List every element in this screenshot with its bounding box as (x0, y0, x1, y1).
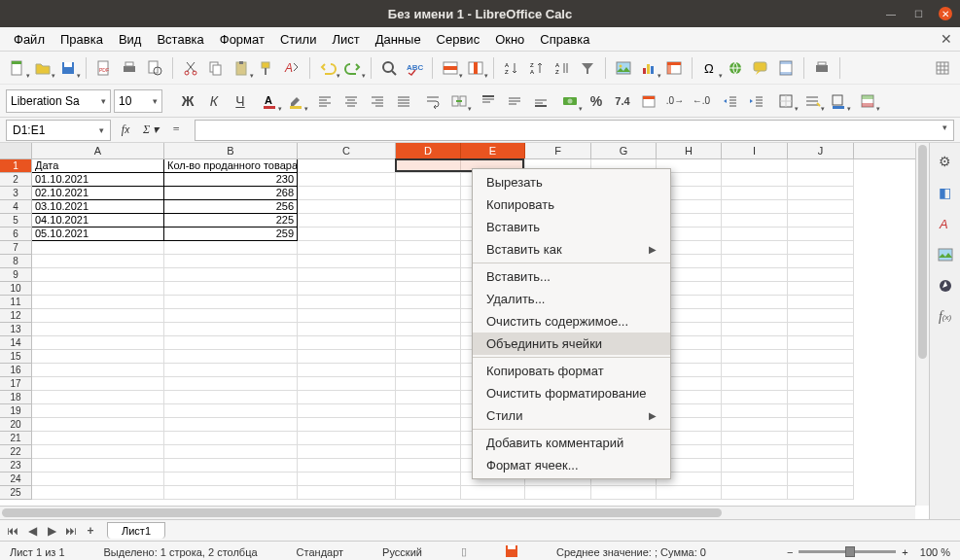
font-color-button[interactable]: A (258, 89, 281, 113)
cell[interactable] (32, 282, 164, 296)
conditional-format-button[interactable] (856, 89, 879, 113)
cell[interactable] (788, 268, 854, 282)
font-size-combo[interactable]: 10 ▾ (114, 89, 162, 113)
cell[interactable] (396, 364, 461, 377)
cell[interactable] (164, 309, 298, 323)
cell[interactable] (32, 391, 164, 404)
cell[interactable] (32, 432, 164, 445)
cell[interactable] (788, 459, 854, 472)
context-menu-item[interactable]: Вырезать (473, 171, 670, 193)
align-justify-button[interactable] (392, 89, 415, 113)
cell[interactable] (298, 241, 396, 255)
status-language[interactable]: Русский (382, 546, 422, 558)
spreadsheet-grid[interactable]: ABCDEFGHIJ 12345678910111213141516171819… (0, 143, 929, 519)
context-menu-item[interactable]: Копировать формат (473, 360, 670, 382)
cell[interactable] (32, 472, 164, 486)
cell[interactable] (788, 391, 854, 404)
cell[interactable] (722, 200, 788, 214)
cell[interactable] (32, 309, 164, 323)
spellcheck-button[interactable]: ABC (403, 56, 426, 80)
cell[interactable]: 256 (164, 200, 298, 214)
row-header[interactable]: 14 (0, 336, 31, 350)
cell[interactable] (722, 228, 788, 241)
clone-formatting-button[interactable] (255, 56, 278, 80)
cell[interactable] (722, 159, 788, 173)
print-preview-button[interactable] (143, 56, 166, 80)
align-left-button[interactable] (313, 89, 337, 113)
cell[interactable] (788, 309, 854, 323)
cell[interactable] (298, 296, 396, 309)
cell[interactable] (722, 486, 788, 500)
cell[interactable] (722, 214, 788, 228)
zoom-track[interactable] (799, 550, 896, 553)
cell[interactable]: Кол-во проданного товара (164, 159, 298, 173)
menu-window[interactable]: Окно (487, 29, 532, 50)
cell[interactable] (32, 418, 164, 432)
cell[interactable] (298, 214, 396, 228)
sort-button[interactable]: AZ (551, 56, 574, 80)
context-menu-item[interactable]: Вставить как▶ (473, 238, 670, 261)
cell[interactable] (722, 404, 788, 418)
row-header[interactable]: 25 (0, 486, 31, 500)
borders-button[interactable] (774, 89, 798, 113)
cell[interactable]: 01.10.2021 (32, 173, 164, 187)
tab-prev-icon[interactable]: ◀ (23, 524, 41, 538)
cell[interactable] (32, 459, 164, 472)
date-button[interactable] (637, 89, 660, 113)
column-header[interactable]: H (657, 143, 722, 158)
cell[interactable] (298, 350, 396, 364)
cell[interactable] (788, 296, 854, 309)
cell[interactable] (722, 350, 788, 364)
insert-image-button[interactable] (612, 56, 635, 80)
menu-data[interactable]: Данные (368, 29, 429, 50)
align-right-button[interactable] (366, 89, 389, 113)
cell[interactable] (298, 159, 396, 173)
tab-last-icon[interactable]: ⏭ (62, 524, 80, 538)
cell[interactable] (788, 418, 854, 432)
cell[interactable] (722, 391, 788, 404)
cell[interactable] (298, 486, 396, 500)
row-header[interactable]: 9 (0, 268, 31, 282)
cell[interactable]: 225 (164, 214, 298, 228)
cell[interactable] (164, 336, 298, 350)
cell[interactable] (396, 159, 461, 173)
merge-cells-button[interactable] (447, 89, 471, 113)
row-header[interactable]: 6 (0, 228, 31, 241)
row-header[interactable]: 24 (0, 472, 31, 486)
close-document-icon[interactable]: ✕ (941, 31, 952, 47)
decrease-indent-button[interactable] (719, 89, 742, 113)
row-header[interactable]: 21 (0, 432, 31, 445)
cell[interactable] (164, 432, 298, 445)
cell[interactable] (32, 336, 164, 350)
cell[interactable] (722, 432, 788, 445)
status-signature-icon[interactable]: ▯ (461, 545, 467, 558)
cell[interactable] (164, 404, 298, 418)
cell[interactable] (396, 187, 461, 200)
cell[interactable] (164, 418, 298, 432)
row-header[interactable]: 15 (0, 350, 31, 364)
column-header[interactable]: J (788, 143, 854, 158)
cell[interactable] (461, 486, 525, 500)
cell[interactable] (32, 486, 164, 500)
sidebar-settings-icon[interactable]: ⚙ (935, 151, 956, 172)
cell[interactable] (32, 241, 164, 255)
cell[interactable] (788, 432, 854, 445)
row-header[interactable]: 23 (0, 459, 31, 472)
column-header[interactable]: I (722, 143, 788, 158)
cell[interactable] (164, 377, 298, 391)
cell[interactable] (164, 323, 298, 336)
column-header[interactable]: C (298, 143, 396, 158)
column-header[interactable]: F (525, 143, 591, 158)
row-header[interactable]: 8 (0, 255, 31, 268)
cell[interactable] (32, 445, 164, 459)
cell[interactable] (32, 323, 164, 336)
cell[interactable] (722, 364, 788, 377)
cell[interactable] (396, 255, 461, 268)
cell[interactable] (396, 432, 461, 445)
cell[interactable] (164, 445, 298, 459)
cell[interactable] (298, 200, 396, 214)
cell[interactable] (396, 173, 461, 187)
print-area-button[interactable] (810, 56, 834, 80)
redo-button[interactable] (341, 56, 365, 80)
column-header[interactable]: D (396, 143, 461, 158)
